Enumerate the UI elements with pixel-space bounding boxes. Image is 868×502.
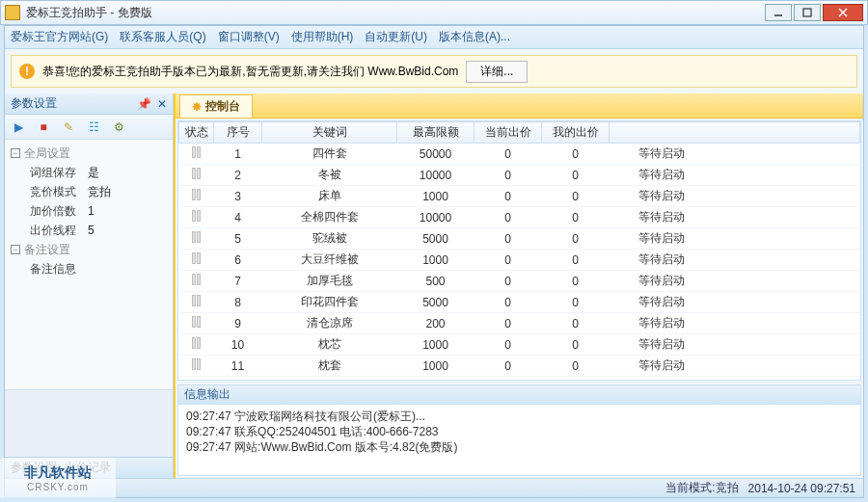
- cell-seq: 3: [214, 186, 262, 207]
- cell-keyword: 全棉四件套: [262, 207, 397, 228]
- log-line: 09:27:47 宁波欧瑞网络科技有限公司(爱标王)...: [186, 409, 853, 424]
- pin-icon[interactable]: 📌: [137, 97, 151, 111]
- cell-keyword: 驼绒被: [262, 228, 397, 250]
- cell-max: 5000: [397, 228, 475, 250]
- row-handle[interactable]: [179, 313, 214, 334]
- tab-console[interactable]: ✸ 控制台: [179, 94, 253, 118]
- row-handle[interactable]: [179, 271, 214, 292]
- cell-current: 0: [475, 356, 542, 377]
- cell-status: 等待启动: [610, 228, 860, 250]
- column-header[interactable]: 关键词: [262, 122, 397, 144]
- cell-keyword: 枕芯: [262, 334, 397, 356]
- cell-status: 等待启动: [610, 356, 860, 377]
- table-row[interactable]: 7加厚毛毯50000等待启动: [179, 271, 860, 292]
- cell-status: 等待启动: [610, 165, 860, 186]
- column-header[interactable]: 当前出价: [475, 122, 542, 144]
- cell-seq: 7: [214, 271, 262, 292]
- settings-icon[interactable]: ⚙: [111, 119, 126, 135]
- setting-row[interactable]: 竞价模式竞拍: [9, 182, 173, 201]
- cell-seq: 1: [214, 144, 262, 165]
- table-row[interactable]: 10枕芯100000等待启动: [179, 334, 860, 356]
- cell-status: 等待启动: [610, 377, 860, 382]
- sidebar-preview: [5, 389, 173, 457]
- info-icon: !: [19, 64, 35, 79]
- cell-max: 500: [397, 271, 475, 292]
- cell-max: 1000: [397, 186, 475, 207]
- data-grid[interactable]: 状态序号关键词最高限额当前出价我的出价 1四件套5000000等待启动2冬被10…: [177, 120, 861, 381]
- cell-seq: 2: [214, 165, 262, 186]
- close-panel-icon[interactable]: ✕: [157, 97, 167, 111]
- column-header[interactable]: 序号: [214, 122, 262, 144]
- menu-item[interactable]: 爱标王官方网站(G): [11, 29, 108, 45]
- info-bar: ! 恭喜!您的爱标王竞拍助手版本已为最新,暂无需更新,请关注我们 Www.BwB…: [11, 55, 857, 88]
- cell-keyword: 大豆纤维被: [262, 250, 397, 271]
- menu-item[interactable]: 使用帮助(H): [291, 29, 354, 45]
- status-time: 2014-10-24 09:27:51: [748, 482, 855, 495]
- table-row[interactable]: 6大豆纤维被100000等待启动: [179, 250, 860, 271]
- setting-row[interactable]: 词组保存是: [9, 163, 173, 182]
- minimize-button[interactable]: [765, 4, 792, 21]
- table-row[interactable]: 8印花四件套500000等待启动: [179, 292, 860, 313]
- cell-mybid: 0: [542, 144, 610, 165]
- tree-group[interactable]: −备注设置: [9, 240, 173, 259]
- table-row[interactable]: 1四件套5000000等待启动: [179, 144, 860, 165]
- close-button[interactable]: [823, 4, 863, 21]
- log-output[interactable]: 09:27:47 宁波欧瑞网络科技有限公司(爱标王)...09:27:47 联系…: [178, 405, 860, 475]
- cell-mybid: 0: [542, 377, 610, 382]
- menu-item[interactable]: 联系客服人员(Q): [120, 29, 205, 45]
- cell-seq: 10: [214, 334, 262, 356]
- setting-row[interactable]: 出价线程5: [9, 221, 173, 240]
- cell-keyword: 冬被: [262, 165, 397, 186]
- row-handle[interactable]: [179, 186, 214, 207]
- column-header[interactable]: 我的出价: [542, 122, 610, 144]
- cell-seq: 11: [214, 356, 262, 377]
- row-handle[interactable]: [179, 165, 214, 186]
- row-handle[interactable]: [179, 228, 214, 250]
- cell-mybid: 0: [542, 186, 610, 207]
- row-handle[interactable]: [179, 377, 214, 382]
- table-row[interactable]: 12被芯500000等待启动: [179, 377, 860, 382]
- cell-max: 50000: [397, 144, 475, 165]
- star-icon: ✸: [192, 100, 202, 114]
- play-icon[interactable]: ▶: [11, 119, 26, 135]
- cell-seq: 12: [214, 377, 262, 382]
- table-row[interactable]: 5驼绒被500000等待启动: [179, 228, 860, 250]
- detail-button[interactable]: 详细...: [466, 61, 528, 83]
- cell-current: 0: [475, 207, 542, 228]
- cell-current: 0: [475, 271, 542, 292]
- row-handle[interactable]: [179, 207, 214, 228]
- cell-keyword: 被芯: [262, 377, 397, 382]
- tree-group[interactable]: −全局设置: [9, 144, 173, 163]
- cell-seq: 9: [214, 313, 262, 334]
- column-header[interactable]: 状态: [179, 122, 214, 144]
- setting-row[interactable]: 备注信息: [9, 259, 173, 278]
- menu-item[interactable]: 版本信息(A)...: [439, 29, 510, 45]
- row-handle[interactable]: [179, 250, 214, 271]
- list-icon[interactable]: ☷: [86, 119, 101, 135]
- cell-max: 10000: [397, 165, 475, 186]
- cell-mybid: 0: [542, 313, 610, 334]
- cell-mybid: 0: [542, 334, 610, 356]
- cell-max: 1000: [397, 356, 475, 377]
- row-handle[interactable]: [179, 334, 214, 356]
- cell-current: 0: [475, 377, 542, 382]
- stop-icon[interactable]: ■: [36, 119, 51, 135]
- menu-item[interactable]: 窗口调整(V): [218, 29, 280, 45]
- setting-row[interactable]: 加价倍数1: [9, 201, 173, 221]
- column-header[interactable]: [610, 122, 860, 144]
- cell-status: 等待启动: [610, 334, 860, 356]
- row-handle[interactable]: [179, 356, 214, 377]
- table-row[interactable]: 2冬被1000000等待启动: [179, 165, 860, 186]
- table-row[interactable]: 11枕套100000等待启动: [179, 356, 860, 377]
- menu-item[interactable]: 自动更新(U): [365, 29, 427, 45]
- table-row[interactable]: 9清仓凉席20000等待启动: [179, 313, 860, 334]
- table-row[interactable]: 3床单100000等待启动: [179, 186, 860, 207]
- table-row[interactable]: 4全棉四件套1000000等待启动: [179, 207, 860, 228]
- column-header[interactable]: 最高限额: [397, 122, 475, 144]
- row-handle[interactable]: [179, 144, 214, 165]
- maximize-button[interactable]: [794, 4, 821, 21]
- log-line: 09:27:47 网站:Www.BwBid.Com 版本号:4.82(免费版): [186, 439, 853, 455]
- cell-mybid: 0: [542, 250, 610, 271]
- row-handle[interactable]: [179, 292, 214, 313]
- edit-icon[interactable]: ✎: [61, 119, 76, 135]
